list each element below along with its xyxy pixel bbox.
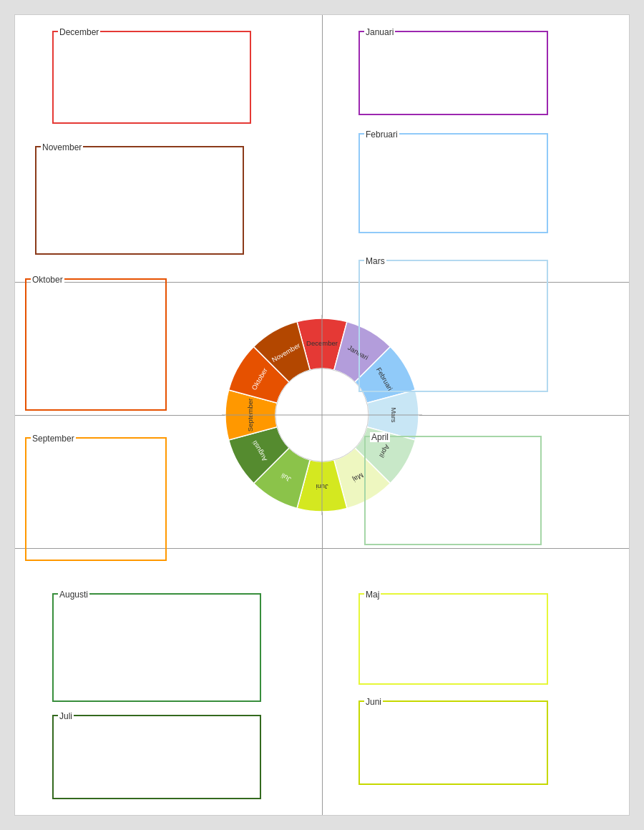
month-label-september: September — [31, 434, 76, 444]
month-box-december — [52, 31, 251, 124]
month-box-april — [364, 436, 542, 545]
month-box-november — [35, 146, 244, 255]
month-box-mars — [358, 260, 548, 392]
month-label-maj: Maj — [364, 590, 381, 600]
month-label-april: April — [370, 432, 390, 442]
month-label-augusti: Augusti — [58, 590, 89, 600]
month-label-januari: Januari — [364, 27, 395, 37]
month-box-maj — [358, 593, 548, 685]
month-box-juli — [52, 715, 261, 799]
month-label-juli: Juli — [58, 711, 74, 721]
month-label-februari: Februari — [364, 130, 399, 140]
month-label-oktober: Oktober — [31, 275, 64, 285]
month-box-augusti — [52, 593, 261, 702]
month-box-februari — [358, 133, 548, 233]
month-box-september — [25, 437, 167, 561]
month-label-december: December — [58, 27, 100, 37]
month-box-januari — [358, 31, 548, 115]
month-label-mars: Mars — [364, 256, 386, 266]
page: DecemberJanuariFebruariMarsAprilMajJuniJ… — [14, 14, 630, 816]
month-label-juni: Juni — [364, 697, 383, 707]
month-box-oktober — [25, 278, 167, 411]
month-box-juni — [358, 700, 548, 785]
month-label-november: November — [41, 142, 83, 152]
